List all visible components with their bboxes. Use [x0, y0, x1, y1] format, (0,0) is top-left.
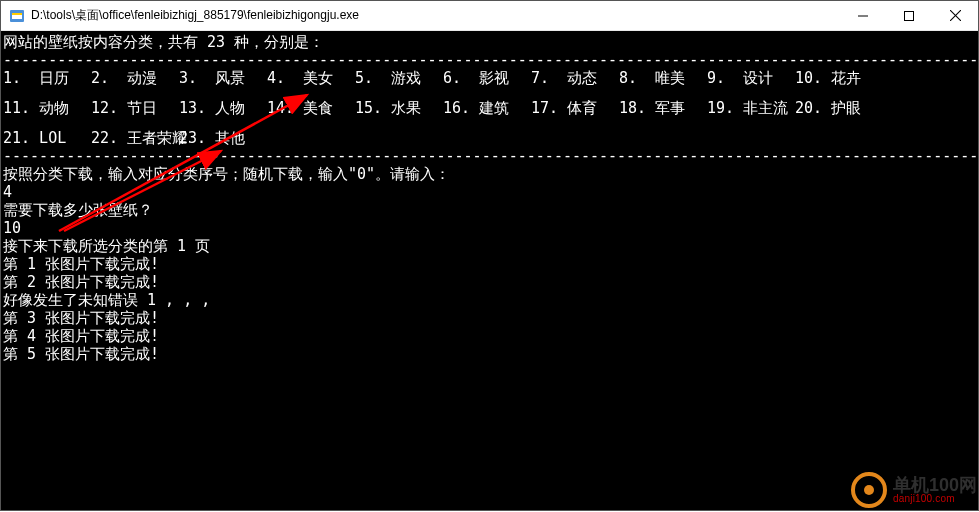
prompt-count: 需要下载多少张壁纸？	[3, 201, 976, 219]
category-item: 12. 节日	[91, 99, 179, 117]
category-item: 21. LOL	[3, 129, 91, 147]
category-list: 1. 日历2. 动漫3. 风景4. 美女5. 游戏6. 影视7. 动态8. 唯美…	[3, 69, 976, 147]
console-area[interactable]: 网站的壁纸按内容分类，共有 23 种，分别是： ----------------…	[1, 31, 978, 510]
app-window: D:\tools\桌面\office\fenleibizhigj_885179\…	[0, 0, 979, 511]
maximize-button[interactable]	[886, 1, 932, 30]
category-item: 23. 其他	[179, 129, 267, 147]
category-item: 17. 体育	[531, 99, 619, 117]
category-item: 22. 王者荣耀	[91, 129, 179, 147]
category-item: 16. 建筑	[443, 99, 531, 117]
category-item: 1. 日历	[3, 69, 91, 87]
progress-line: 第 2 张图片下载完成!	[3, 273, 976, 291]
titlebar: D:\tools\桌面\office\fenleibizhigj_885179\…	[1, 1, 978, 31]
progress-line: 好像发生了未知错误 1 , , ,	[3, 291, 976, 309]
category-item: 13. 人物	[179, 99, 267, 117]
svg-rect-2	[12, 13, 22, 15]
progress-header: 接下来下载所选分类的第 1 页	[3, 237, 976, 255]
app-icon	[9, 8, 25, 24]
category-item: 15. 水果	[355, 99, 443, 117]
category-item: 4. 美女	[267, 69, 355, 87]
category-item: 7. 动态	[531, 69, 619, 87]
category-item: 19. 非主流	[707, 99, 795, 117]
category-item: 8. 唯美	[619, 69, 707, 87]
category-item: 6. 影视	[443, 69, 531, 87]
window-controls	[840, 1, 978, 30]
category-item: 18. 军事	[619, 99, 707, 117]
category-item: 14. 美食	[267, 99, 355, 117]
category-item: 11. 动物	[3, 99, 91, 117]
close-button[interactable]	[932, 1, 978, 30]
console-header: 网站的壁纸按内容分类，共有 23 种，分别是：	[3, 33, 976, 51]
input-count-value: 10	[3, 219, 976, 237]
progress-lines: 第 1 张图片下载完成!第 2 张图片下载完成!好像发生了未知错误 1 , , …	[3, 255, 976, 363]
category-item: 3. 风景	[179, 69, 267, 87]
progress-line: 第 5 张图片下载完成!	[3, 345, 976, 363]
category-item: 9. 设计	[707, 69, 795, 87]
category-item: 10. 花卉	[795, 69, 883, 87]
category-item: 5. 游戏	[355, 69, 443, 87]
category-item: 2. 动漫	[91, 69, 179, 87]
minimize-button[interactable]	[840, 1, 886, 30]
progress-line: 第 3 张图片下载完成!	[3, 309, 976, 327]
progress-line: 第 1 张图片下载完成!	[3, 255, 976, 273]
prompt-category: 按照分类下载，输入对应分类序号；随机下载，输入"0"。请输入：	[3, 165, 976, 183]
divider-line: ----------------------------------------…	[3, 51, 976, 69]
progress-line: 第 4 张图片下载完成!	[3, 327, 976, 345]
input-category-value: 4	[3, 183, 976, 201]
category-item: 20. 护眼	[795, 99, 883, 117]
svg-rect-4	[905, 11, 914, 20]
divider-line: ----------------------------------------…	[3, 147, 976, 165]
window-title: D:\tools\桌面\office\fenleibizhigj_885179\…	[31, 7, 840, 24]
